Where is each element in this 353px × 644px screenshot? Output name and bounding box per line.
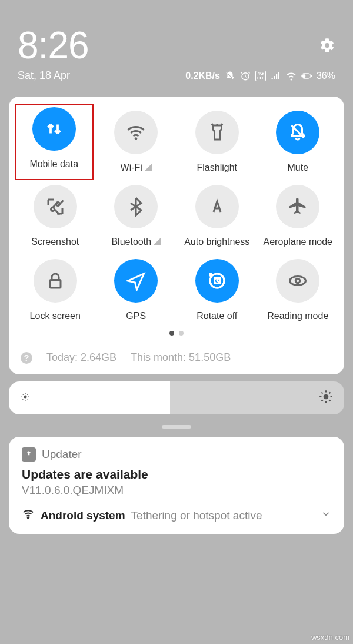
svg-line-18 <box>27 399 28 399</box>
svg-rect-3 <box>311 74 312 77</box>
brightness-fill <box>9 381 170 414</box>
mobile-data-icon <box>32 107 76 151</box>
brightness-slider[interactable] <box>9 381 344 414</box>
pager-dot-active <box>169 331 174 336</box>
qs-tile-lock-screen[interactable]: Lock screen <box>16 255 95 325</box>
data-usage-row[interactable]: ? Today: 2.64GB This month: 51.50GB <box>16 343 337 364</box>
reading-icon <box>276 259 319 303</box>
drag-handle[interactable] <box>162 425 191 429</box>
pager-dot <box>179 331 184 336</box>
notif-app-name: Updater <box>42 448 82 461</box>
qs-label: Mobile data <box>29 159 78 170</box>
svg-rect-7 <box>50 280 61 288</box>
screenshot-icon <box>34 185 77 228</box>
qs-label: Wi-Fi <box>121 162 152 173</box>
volte-icon: 4G LTE <box>255 71 266 81</box>
svg-point-11 <box>296 278 301 283</box>
notification-card-updater[interactable]: Updater Updates are available V11.0.6.0.… <box>9 437 344 534</box>
svg-point-30 <box>28 517 29 519</box>
svg-line-20 <box>27 394 28 394</box>
flashlight-icon <box>195 111 239 154</box>
qs-tile-gps[interactable]: GPS <box>97 255 176 325</box>
qs-label: Reading mode <box>267 311 328 321</box>
qs-tile-mute[interactable]: Mute <box>259 107 338 177</box>
brightness-high-icon <box>318 389 334 407</box>
qs-tile-screenshot[interactable]: Screenshot <box>16 181 95 251</box>
qs-tile-flashlight[interactable]: Flashlight <box>178 107 257 177</box>
qs-label: Lock screen <box>30 311 81 321</box>
battery-percent: 36% <box>317 71 335 81</box>
rotate-icon <box>195 259 239 303</box>
qs-label: Auto brightness <box>184 237 249 247</box>
gps-icon <box>114 259 158 303</box>
wifi-icon <box>114 111 158 154</box>
svg-line-17 <box>22 394 23 394</box>
svg-point-5 <box>51 208 54 211</box>
svg-line-27 <box>329 400 330 401</box>
quick-settings-grid: Mobile dataWi-FiFlashlightMuteScreenshot… <box>16 107 337 325</box>
svg-rect-2 <box>302 74 306 77</box>
auto-brightness-icon <box>195 185 239 228</box>
quick-settings-panel: Mobile dataWi-FiFlashlightMuteScreenshot… <box>9 97 344 374</box>
watermark: wsxdn.com <box>311 633 349 642</box>
svg-line-19 <box>22 399 23 399</box>
chevron-down-icon <box>321 509 331 522</box>
silent-icon <box>225 71 235 81</box>
svg-point-21 <box>324 394 329 400</box>
wifi-status-icon <box>286 71 297 81</box>
airplane-icon <box>276 185 319 228</box>
qs-tile-bluetooth[interactable]: Bluetooth <box>97 181 176 251</box>
qs-label: Screenshot <box>31 237 79 247</box>
bluetooth-icon <box>114 185 158 228</box>
settings-button[interactable] <box>319 37 335 54</box>
qs-label: Bluetooth <box>111 237 161 247</box>
qs-tile-mobile-data[interactable]: Mobile data <box>15 104 94 180</box>
qs-tile-aeroplane-mode[interactable]: Aeroplane mode <box>259 181 338 251</box>
gear-icon <box>319 37 335 54</box>
qs-tile-reading-mode[interactable]: Reading mode <box>259 255 338 325</box>
updater-app-icon <box>22 447 36 462</box>
expand-triangle-icon <box>145 162 152 173</box>
notif-title: Updates are available <box>22 467 331 482</box>
network-speed: 0.2KB/s <box>185 71 220 81</box>
qs-label: Rotate off <box>197 311 237 321</box>
svg-line-29 <box>329 392 330 393</box>
qs-tile-auto-brightness[interactable]: Auto brightness <box>178 181 257 251</box>
status-area: 8:26 Sat, 18 Apr 0.2KB/s 4G LTE 36% <box>0 0 353 88</box>
data-today: Today: 2.64GB <box>46 351 116 364</box>
qs-label: Aeroplane mode <box>264 237 332 247</box>
lock-icon <box>34 259 77 303</box>
qs-tile-rotate-off[interactable]: Rotate off <box>178 255 257 325</box>
status-icons: 0.2KB/s 4G LTE 36% <box>185 71 335 81</box>
notif-system-app: Android system <box>41 509 125 522</box>
notif-body: V11.0.6.0.QEJMIXM <box>22 484 331 497</box>
qs-label: Flashlight <box>197 162 237 173</box>
expand-triangle-icon <box>154 237 161 247</box>
status-date: Sat, 18 Apr <box>18 69 70 82</box>
info-icon: ? <box>21 352 32 364</box>
mute-icon <box>276 111 319 154</box>
svg-line-26 <box>321 392 322 393</box>
qs-label: GPS <box>126 311 146 321</box>
brightness-low-icon <box>19 391 31 405</box>
data-month: This month: 51.50GB <box>131 351 231 364</box>
qs-pager[interactable] <box>16 331 337 336</box>
signal-icon <box>271 71 281 81</box>
tethering-icon <box>22 507 35 523</box>
svg-point-12 <box>24 396 27 399</box>
svg-line-28 <box>321 400 322 401</box>
clock-time: 8:26 <box>18 24 89 67</box>
battery-icon <box>301 71 312 81</box>
alarm-icon <box>240 71 251 81</box>
svg-point-4 <box>135 137 138 140</box>
qs-tile-wi-fi[interactable]: Wi-Fi <box>97 107 176 177</box>
notif-system-text: Tethering or hotspot active <box>131 509 262 522</box>
qs-label: Mute <box>287 162 308 173</box>
notification-row-tethering[interactable]: Android system Tethering or hotspot acti… <box>22 507 331 523</box>
